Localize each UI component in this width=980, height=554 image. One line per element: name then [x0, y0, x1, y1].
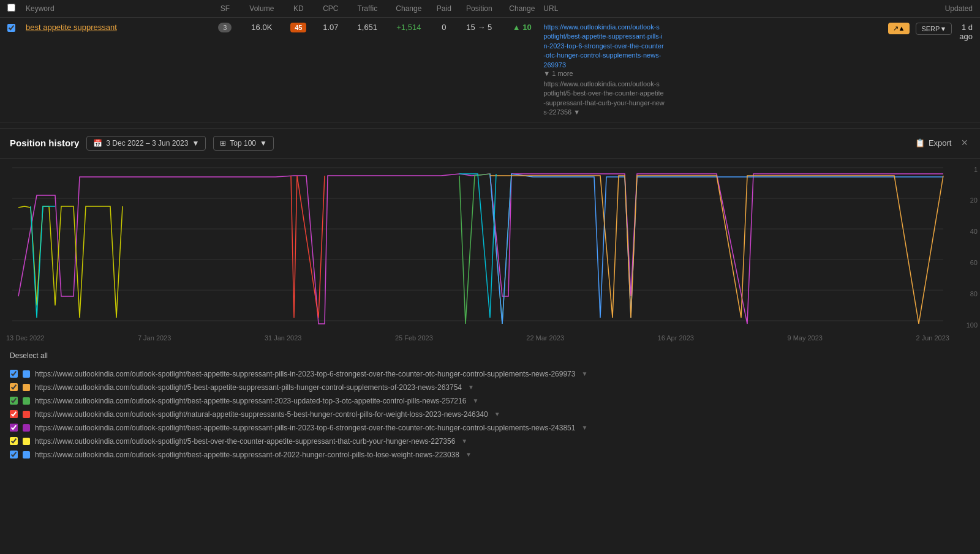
url-arrow-2[interactable]: ▼ — [472, 397, 478, 404]
select-all-checkbox[interactable] — [7, 4, 15, 12]
header-cpc: CPC — [314, 4, 347, 13]
more-urls-link[interactable]: ▼ 1 more — [543, 70, 573, 77]
top100-button[interactable]: ⊞ Top 100 ▼ — [213, 136, 274, 151]
url-checkbox-1[interactable] — [10, 383, 18, 391]
x-label-7: 2 Jun 2023 — [916, 334, 949, 342]
export-label: Export — [929, 138, 952, 148]
url-text-1: https://www.outlookindia.com/outlook-spo… — [35, 383, 462, 392]
x-label-2: 31 Jan 2023 — [265, 334, 302, 342]
position-cell: 15 → 5 — [458, 23, 500, 32]
y-label-40: 40 — [958, 228, 978, 235]
url-legend-list: https://www.outlookindia.com/outlook-spo… — [0, 365, 980, 469]
x-label-3: 25 Feb 2023 — [395, 334, 433, 342]
y-label-80: 80 — [958, 290, 978, 298]
sf-badge: 3 — [218, 23, 232, 32]
header-checkbox[interactable] — [7, 4, 26, 13]
keyword-cell: best appetite suppressant — [26, 23, 209, 32]
pos-change-cell: ▲ 10 — [500, 23, 543, 32]
y-label-1: 1 — [958, 166, 978, 173]
url-color-swatch-1 — [23, 384, 30, 391]
header-sf: SF — [209, 4, 240, 13]
change-cell: +1,514 — [387, 23, 430, 32]
keyword-link[interactable]: best appetite suppressant — [26, 23, 117, 32]
list-item: https://www.outlookindia.com/outlook-spo… — [10, 448, 970, 462]
table-row: best appetite suppressant 3 16.0K 45 1.0… — [0, 18, 980, 123]
serp-icon-btn[interactable]: ↗▲ — [888, 23, 910, 34]
url-cell: https://www.outlookindia.com/outlook-spo… — [543, 23, 911, 118]
cpc-cell: 1.07 — [314, 23, 347, 32]
list-item: https://www.outlookindia.com/outlook-spo… — [10, 408, 970, 421]
serp-label: SERP — [921, 25, 940, 32]
list-item: https://www.outlookindia.com/outlook-spo… — [10, 394, 970, 408]
close-button[interactable]: × — [959, 137, 970, 149]
header-updated: Updated — [911, 4, 973, 13]
sf-cell: 3 — [209, 23, 240, 32]
kd-cell: 45 — [283, 23, 314, 32]
updated-text: 1 d ago — [959, 23, 973, 41]
position-history-title: Position history — [10, 138, 79, 148]
list-item: https://www.outlookindia.com/outlook-spo… — [10, 421, 970, 435]
x-label-6: 9 May 2023 — [787, 334, 822, 342]
url-arrow-5[interactable]: ▼ — [461, 438, 467, 444]
url-color-swatch-5 — [23, 438, 30, 445]
serp-dropdown-btn[interactable]: SERP ▼ — [916, 23, 952, 35]
row-checkbox[interactable] — [7, 23, 26, 34]
position-history-header: Position history 📅 3 Dec 2022 – 3 Jun 20… — [0, 128, 980, 159]
primary-url-link[interactable]: https://www.outlookindia.com/outlook-spo… — [543, 23, 911, 70]
list-item: https://www.outlookindia.com/outlook-spo… — [10, 435, 970, 448]
x-axis-labels: 13 Dec 2022 7 Jan 2023 31 Jan 2023 25 Fe… — [0, 332, 980, 346]
url-arrow-3[interactable]: ▼ — [494, 411, 500, 417]
calendar-icon: 📅 — [93, 139, 102, 148]
export-icon: 📋 — [915, 138, 925, 148]
x-label-4: 22 Mar 2023 — [526, 334, 564, 342]
url-arrow-1[interactable]: ▼ — [468, 384, 474, 391]
grid-icon: ⊞ — [220, 139, 226, 148]
header-kd: KD — [283, 4, 314, 13]
url-arrow-6[interactable]: ▼ — [466, 451, 472, 458]
header-change: Change — [387, 4, 430, 13]
url-color-swatch-3 — [23, 411, 30, 418]
list-item: https://www.outlookindia.com/outlook-spo… — [10, 367, 970, 381]
x-label-0: 13 Dec 2022 — [6, 334, 44, 342]
url-color-swatch-4 — [23, 424, 30, 432]
traffic-cell: 1,651 — [347, 23, 387, 32]
header-paid: Paid — [430, 4, 458, 13]
top100-chevron-icon: ▼ — [260, 139, 267, 148]
url-text-5: https://www.outlookindia.com/outlook-spo… — [35, 437, 455, 446]
secondary-url-link[interactable]: https://www.outlookindia.com/outlook-spo… — [543, 80, 911, 118]
url-arrow-0[interactable]: ▼ — [581, 370, 587, 377]
url-checkbox-3[interactable] — [10, 410, 18, 418]
url-checkbox-0[interactable] — [10, 370, 18, 378]
position-chart — [0, 165, 980, 330]
y-axis-labels: 1 20 40 60 80 100 — [956, 165, 980, 330]
url-checkbox-6[interactable] — [10, 451, 18, 459]
table-header: Keyword SF Volume KD CPC Traffic Change … — [0, 0, 980, 18]
y-label-100: 100 — [958, 321, 978, 329]
url-text-4: https://www.outlookindia.com/outlook-spo… — [35, 424, 575, 432]
url-color-swatch-2 — [23, 397, 30, 405]
url-checkbox-5[interactable] — [10, 437, 18, 445]
date-range-chevron-icon: ▼ — [192, 139, 199, 148]
top100-text: Top 100 — [230, 139, 256, 148]
url-checkbox-2[interactable] — [10, 397, 18, 405]
deselect-all-button[interactable]: Deselect all — [0, 346, 980, 365]
chart-container: 1 20 40 60 80 100 13 Dec 2022 7 Jan 2023… — [0, 159, 980, 346]
url-arrow-4[interactable]: ▼ — [581, 424, 587, 431]
header-pos-change: Change — [500, 4, 543, 13]
list-item: https://www.outlookindia.com/outlook-spo… — [10, 381, 970, 394]
url-checkbox-4[interactable] — [10, 424, 18, 432]
header-keyword: Keyword — [26, 4, 209, 13]
export-button[interactable]: 📋 Export — [915, 138, 952, 148]
row-select-checkbox[interactable] — [7, 24, 15, 32]
header-position: Position — [458, 4, 500, 13]
url-color-swatch-6 — [23, 451, 30, 459]
date-range-button[interactable]: 📅 3 Dec 2022 – 3 Jun 2023 ▼ — [86, 136, 206, 151]
kd-badge: 45 — [290, 23, 306, 32]
url-text-3: https://www.outlookindia.com/outlook-spo… — [35, 410, 488, 419]
header-volume: Volume — [240, 4, 283, 13]
y-label-20: 20 — [958, 197, 978, 204]
url-text-6: https://www.outlookindia.com/outlook-spo… — [35, 451, 459, 459]
volume-cell: 16.0K — [240, 23, 283, 32]
header-url: URL — [543, 4, 911, 13]
date-range-text: 3 Dec 2022 – 3 Jun 2023 — [106, 139, 188, 148]
